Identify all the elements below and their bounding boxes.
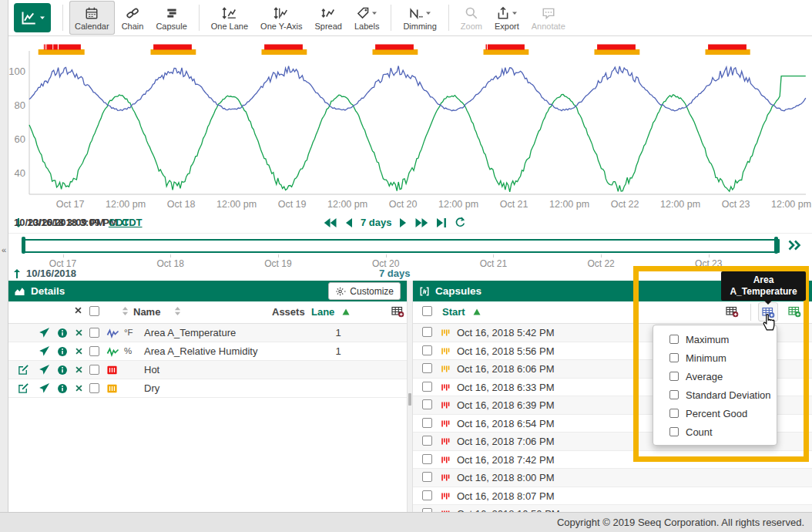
- toolbar-button-chain[interactable]: Chain: [116, 1, 149, 35]
- column-assets[interactable]: Assets: [272, 306, 305, 318]
- hot-capsule-bar[interactable]: [264, 45, 303, 50]
- dropdown-item-minimum[interactable]: Minimum: [653, 348, 777, 367]
- toolbar-button-calendar[interactable]: Calendar: [69, 1, 115, 35]
- item-name[interactable]: Area A_Temperature: [144, 324, 236, 342]
- remove-icon[interactable]: [75, 361, 83, 379]
- toolbar-button-capsule[interactable]: Capsule: [150, 1, 192, 35]
- hot-capsule-bar[interactable]: [708, 45, 747, 50]
- details-row[interactable]: Dry: [8, 379, 407, 398]
- hot-capsule-bar[interactable]: [59, 45, 81, 50]
- hot-capsule-bar[interactable]: [45, 45, 46, 50]
- sort-ascending-icon[interactable]: [342, 308, 350, 315]
- item-checkbox[interactable]: [669, 427, 679, 436]
- item-checkbox[interactable]: [669, 390, 679, 399]
- info-icon[interactable]: [57, 379, 68, 397]
- row-checkbox[interactable]: [422, 490, 432, 500]
- info-icon[interactable]: [57, 342, 68, 360]
- info-icon[interactable]: [57, 361, 68, 379]
- collapse-chevrons-icon[interactable]: «: [0, 245, 8, 254]
- column-lane[interactable]: Lane: [311, 306, 334, 318]
- toolbar-button-dimming[interactable]: Dimming: [398, 1, 441, 35]
- row-checkbox[interactable]: [422, 382, 432, 392]
- dropdown-item-standard-deviation[interactable]: Standard Deviation: [653, 386, 777, 404]
- dropdown-item-percent-good[interactable]: Percent Good: [653, 404, 777, 423]
- collapsed-sidebar-strip[interactable]: «: [0, 0, 8, 512]
- hot-capsule-bar[interactable]: [597, 45, 636, 50]
- item-checkbox[interactable]: [669, 353, 679, 362]
- dry-capsule-bar[interactable]: [373, 49, 418, 55]
- hot-capsule-bar[interactable]: [53, 45, 58, 50]
- sort-icon[interactable]: [122, 306, 129, 316]
- row-checkbox[interactable]: [422, 418, 432, 428]
- dry-capsule-bar[interactable]: [262, 49, 307, 55]
- capsule-row[interactable]: Oct 16, 2018 8:07 PM: [413, 487, 812, 506]
- capsule-row[interactable]: Oct 16, 2018 10:50 PM: [413, 505, 812, 512]
- item-name[interactable]: Hot: [144, 361, 159, 379]
- row-checkbox[interactable]: [89, 346, 99, 356]
- edit-icon[interactable]: [18, 361, 29, 379]
- capsule-row[interactable]: Oct 16, 2018 7:42 PM: [413, 451, 812, 470]
- trend-chart[interactable]: 100806040Oct 1712:00 pmOct 1812:00 pmOct…: [0, 35, 812, 214]
- remove-icon[interactable]: [75, 379, 83, 397]
- hot-capsule-bar[interactable]: [486, 45, 488, 50]
- pin-icon[interactable]: [39, 361, 50, 379]
- timebar-start-arrow-icon[interactable]: [12, 268, 22, 279]
- row-checkbox[interactable]: [422, 363, 432, 373]
- add-column-icon[interactable]: [726, 305, 739, 318]
- details-row[interactable]: %Area A_Relative Humidity1: [8, 342, 407, 361]
- timezone-link[interactable]: CDT: [109, 217, 129, 228]
- add-column-icon[interactable]: [391, 305, 404, 318]
- details-row[interactable]: Hot: [8, 361, 407, 379]
- item-name[interactable]: Area A_Relative Humidity: [144, 342, 257, 360]
- timebar-range-slider[interactable]: [23, 239, 780, 253]
- dry-capsule-bar[interactable]: [484, 49, 529, 55]
- hot-capsule-bar[interactable]: [488, 45, 525, 50]
- row-checkbox[interactable]: [422, 399, 432, 409]
- row-checkbox[interactable]: [422, 327, 432, 337]
- pin-icon[interactable]: [39, 379, 50, 397]
- sort-icon[interactable]: [174, 306, 181, 316]
- toolbar-button-spread[interactable]: Spread: [310, 1, 347, 35]
- auto-update-icon[interactable]: [787, 239, 801, 251]
- dry-capsule-bar[interactable]: [595, 49, 640, 55]
- hot-capsule-bar[interactable]: [375, 45, 414, 50]
- row-checkbox[interactable]: [89, 328, 99, 338]
- item-checkbox[interactable]: [669, 335, 679, 344]
- row-checkbox[interactable]: [422, 345, 432, 355]
- panel-splitter[interactable]: [407, 281, 413, 512]
- row-checkbox[interactable]: [89, 383, 99, 393]
- dry-capsule-bar[interactable]: [151, 49, 196, 55]
- row-checkbox[interactable]: [422, 454, 432, 464]
- select-all-capsules-checkbox[interactable]: [422, 306, 432, 316]
- add-custom-column-icon[interactable]: [788, 305, 801, 318]
- pin-icon[interactable]: [39, 324, 50, 342]
- timebar-right-handle[interactable]: [774, 237, 778, 254]
- hot-capsule-bar[interactable]: [153, 45, 192, 50]
- dropdown-item-count[interactable]: Count: [653, 423, 777, 441]
- item-checkbox[interactable]: [669, 409, 679, 418]
- column-name[interactable]: Name: [133, 306, 160, 318]
- sort-ascending-icon[interactable]: [473, 308, 481, 315]
- range-end-date[interactable]: 10/23/2018 3:09 PM: [14, 217, 105, 228]
- row-checkbox[interactable]: [89, 365, 99, 375]
- edit-icon[interactable]: [18, 379, 29, 397]
- dropdown-item-average[interactable]: Average: [653, 367, 777, 386]
- dry-capsule-bar[interactable]: [39, 49, 85, 55]
- dropdown-item-maximum[interactable]: Maximum: [653, 330, 777, 348]
- row-checkbox[interactable]: [422, 472, 432, 482]
- toolbar-button-one-y-axis[interactable]: One Y-Axis: [255, 1, 307, 35]
- remove-icon[interactable]: [75, 342, 83, 360]
- dry-capsule-bar[interactable]: [706, 49, 750, 55]
- pin-icon[interactable]: [39, 342, 50, 360]
- row-checkbox[interactable]: [422, 436, 432, 446]
- item-checkbox[interactable]: [669, 372, 679, 381]
- hot-capsule-bar[interactable]: [44, 45, 45, 50]
- series-line-temperature[interactable]: [29, 66, 806, 111]
- timebar-left-handle[interactable]: [22, 237, 25, 254]
- toolbar-button-one-lane[interactable]: One Lane: [206, 1, 253, 35]
- customize-button[interactable]: Customize: [328, 282, 401, 300]
- view-selector-button[interactable]: [14, 3, 51, 32]
- remove-all-icon[interactable]: [74, 306, 82, 315]
- column-start[interactable]: Start: [442, 306, 465, 318]
- info-icon[interactable]: [57, 324, 68, 342]
